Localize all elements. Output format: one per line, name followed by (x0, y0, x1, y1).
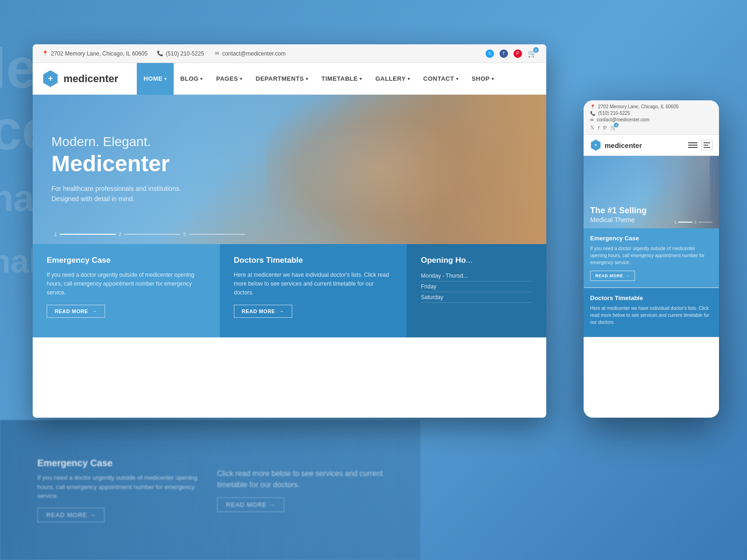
nav-arrow-contact: ▾ (456, 77, 459, 81)
filter-icon-button[interactable] (701, 140, 712, 150)
bg-card-1-title: Emergency Case (37, 458, 203, 469)
indicator-line-2 (124, 234, 180, 235)
opening-hours-card: Opening Ho... Monday - Thursd... Friday … (407, 244, 546, 337)
mobile-emergency-title: Emergency Case (590, 235, 712, 242)
arrow-right-icon: → (92, 308, 98, 314)
logo-icon: + (42, 70, 59, 87)
mobile-phone-row: 📞 (510) 210-5225 (590, 111, 712, 116)
timetable-card: Doctors Timetable Here at medicenter we … (220, 244, 407, 337)
emergency-read-more-btn[interactable]: READ MORE → (47, 305, 105, 318)
mobile-cart-icon[interactable]: 🛒 0 (610, 125, 617, 131)
emergency-card: Emergency Case If you need a doctor urge… (33, 244, 220, 337)
mobile-phone-icon: 📞 (590, 111, 595, 116)
nav-item-timetable[interactable]: TIMETABLE ▾ (315, 63, 369, 95)
nav-item-departments[interactable]: DEPARTMENTS ▾ (249, 63, 315, 95)
bg-read-more-btn-2[interactable]: READ MORE → (217, 497, 284, 512)
hours-row-1: Monday - Thursd... (421, 271, 532, 281)
nav-arrow-timetable: ▾ (359, 77, 362, 81)
facebook-icon[interactable]: f (500, 49, 508, 58)
mobile-social-row: 𝕏 f P 🛒 0 (590, 125, 712, 131)
indicator-line-1 (60, 234, 116, 235)
mobile-hero-section: The #1 Selling Medical Theme 1 2 (584, 156, 719, 228)
mobile-timetable-card: Doctors Timetable Here at medicenter we … (584, 288, 719, 337)
nav-arrow-pages: ▾ (240, 77, 243, 81)
indicator-3: 3 (180, 231, 189, 237)
timetable-card-text: Here at medicenter we have individual do… (234, 271, 393, 298)
m-indicator-2 (698, 222, 712, 223)
mobile-logo-text: medicenter (605, 141, 642, 149)
social-links: 𝕏 f P 🛒 0 (486, 49, 537, 58)
filter-line-3 (704, 147, 710, 148)
email-icon: ✉ (213, 50, 220, 57)
logo[interactable]: + medicenter (42, 70, 118, 87)
mobile-hero-subtitle: Medical Theme (590, 216, 647, 224)
mobile-pinterest-icon[interactable]: P (603, 125, 606, 131)
mobile-logo-icon: + (590, 140, 601, 151)
mobile-device: 📍 2702 Memory Lane, Chicago, IL 60605 📞 … (584, 100, 719, 418)
filter-line-2 (704, 145, 708, 146)
hero-subtitle: Modern. Elegant. (51, 134, 181, 149)
nav-item-contact[interactable]: CONTACT ▾ (417, 63, 465, 95)
mobile-timetable-text: Here at medicenter we have individual do… (590, 305, 712, 326)
indicator-2: 2 (116, 231, 124, 237)
nav-arrow-shop: ▾ (492, 77, 494, 81)
mobile-hero-indicators: 1 2 (674, 220, 712, 224)
nav-item-pages[interactable]: PAGES ▾ (210, 63, 249, 95)
mobile-location-icon: 📍 (590, 105, 595, 109)
mobile-arrow-icon-1: → (626, 273, 630, 278)
bg-bottom-card-1: Emergency Case If you need a doctor urge… (37, 458, 203, 522)
nav-item-blog[interactable]: BLOG ▾ (174, 63, 210, 95)
pinterest-icon[interactable]: P (514, 49, 522, 58)
mobile-hero-title: The #1 Selling (590, 206, 647, 216)
hours-row-3: Saturday (421, 292, 532, 303)
cart-icon[interactable]: 🛒 0 (528, 49, 537, 58)
mobile-cart-badge: 0 (614, 123, 619, 127)
m-indicator-num-1: 1 (674, 220, 677, 224)
mobile-address-row: 📍 2702 Memory Lane, Chicago, IL 60605 (590, 104, 712, 109)
mobile-emergency-text: If you need a doctor urgently outside of… (590, 245, 712, 266)
twitter-icon[interactable]: 𝕏 (486, 49, 494, 58)
timetable-read-more-btn[interactable]: READ MORE → (234, 305, 292, 318)
hamburger-menu-button[interactable] (688, 142, 698, 148)
nav-item-home[interactable]: HOME ▾ (137, 63, 174, 95)
email-text: contact@medicenter.com (222, 50, 286, 57)
hamburger-line-3 (688, 147, 698, 148)
address-item: 📍 2702 Memory Lane, Chicago, IL 60605 (42, 50, 148, 57)
m-indicator-1 (678, 222, 692, 223)
nav-arrow-blog: ▾ (200, 77, 203, 81)
bg-read-more-btn-1[interactable]: READ MORE → (37, 508, 105, 522)
mobile-hero-text: The #1 Selling Medical Theme (590, 206, 647, 224)
desktop-browser-window: 📍 2702 Memory Lane, Chicago, IL 60605 📞 … (33, 44, 546, 418)
mobile-phone: (510) 210-5225 (598, 111, 630, 116)
mobile-emergency-card: Emergency Case If you need a doctor urge… (584, 228, 719, 288)
m-indicator-num-2: 2 (694, 220, 697, 224)
mobile-facebook-icon[interactable]: f (598, 125, 599, 131)
phone-item: 📞 (510) 210-5225 (157, 50, 204, 57)
hours-day-2: Friday (421, 283, 436, 290)
phone-icon: 📞 (157, 50, 163, 57)
hero-title: Medicenter (51, 152, 181, 176)
mobile-twitter-icon[interactable]: 𝕏 (590, 125, 594, 131)
nav-arrow-home: ▾ (164, 77, 167, 81)
hero-section: Modern. Elegant. Medicenter For healthca… (33, 95, 546, 244)
top-bar: 📍 2702 Memory Lane, Chicago, IL 60605 📞 … (33, 44, 546, 63)
mobile-emergency-btn[interactable]: READ MORE → (590, 271, 635, 281)
navigation-bar: + medicenter HOME ▾ BLOG ▾ PAGES ▾ DEPAR… (33, 63, 546, 95)
hamburger-line-2 (688, 145, 698, 146)
mobile-top-bar: 📍 2702 Memory Lane, Chicago, IL 60605 📞 … (584, 100, 719, 135)
cards-section: Emergency Case If you need a doctor urge… (33, 244, 546, 337)
nav-item-gallery[interactable]: GALLERY ▾ (369, 63, 417, 95)
address-text: 2702 Memory Lane, Chicago, IL 60605 (51, 50, 148, 57)
nav-item-shop[interactable]: SHOP ▾ (465, 63, 500, 95)
nav-arrow-departments: ▾ (306, 77, 309, 81)
hero-description: For healthcare professionals and institu… (51, 183, 181, 204)
mobile-timetable-title: Doctors Timetable (590, 294, 712, 301)
mobile-logo[interactable]: + medicenter (590, 140, 642, 151)
emergency-card-title: Emergency Case (47, 256, 206, 265)
hero-content: Modern. Elegant. Medicenter For healthca… (33, 116, 200, 223)
hamburger-line-1 (688, 142, 698, 143)
hours-row-2: Friday (421, 281, 532, 292)
nav-arrow-gallery: ▾ (408, 77, 410, 81)
indicator-1: 1 (51, 231, 60, 237)
mobile-navigation: + medicenter (584, 135, 719, 156)
